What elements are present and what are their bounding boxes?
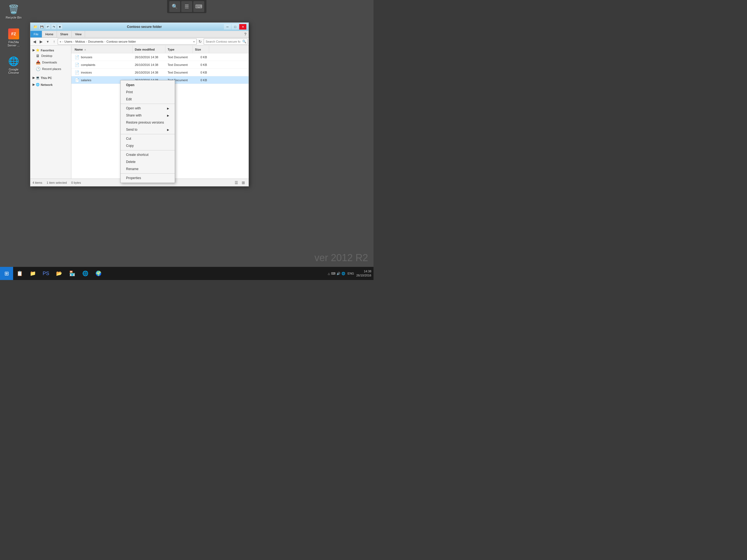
sort-arrow-icon: ▲ — [84, 48, 86, 51]
start-button[interactable]: ⊞ — [0, 267, 13, 280]
server-watermark: ver 2012 R2 — [314, 252, 368, 263]
quick-undo-btn[interactable]: ↶ — [45, 24, 51, 29]
path-crumb-users[interactable]: Users — [64, 40, 72, 43]
recent-btn[interactable]: ▾ — [45, 39, 51, 45]
clock-time: 14:38 — [356, 269, 371, 274]
col-header-size[interactable]: Size — [193, 46, 209, 53]
taskbar-powershell-btn[interactable]: PS — [40, 267, 52, 280]
taskbar-store-btn[interactable]: 🏪 — [66, 267, 79, 280]
title-bar-folder-icon: 📁 — [32, 24, 38, 29]
recent-nav-icon: 🕐 — [36, 67, 41, 71]
sidebar-item-desktop[interactable]: 🖥 Desktop — [30, 52, 71, 59]
desktop: 🔍 ☰ ⌨ 🗑️ Recycle Bin FZ FileZilla Server… — [0, 0, 374, 280]
network-icon: 🌐 — [36, 83, 40, 86]
file-date-bonuses: 26/10/2016 14:38 — [133, 55, 165, 59]
favorites-arrow-icon: ▶ — [32, 48, 35, 52]
col-header-type[interactable]: Type — [165, 46, 193, 53]
desktop-icon-recycle-bin[interactable]: 🗑️ Recycle Bin — [3, 3, 25, 20]
sidebar-item-recent[interactable]: 🕐 Recent places — [30, 66, 71, 72]
tab-view[interactable]: View — [72, 31, 85, 37]
col-header-date[interactable]: Date modified — [133, 46, 165, 53]
status-size: 0 bytes — [71, 181, 81, 184]
address-path[interactable]: « › Users › Mobius › Documents › Contoso… — [58, 39, 197, 45]
ctx-open-with[interactable]: Open with ▶ — [121, 105, 175, 112]
close-btn[interactable]: ✕ — [239, 24, 247, 29]
menu-toolbar-btn[interactable]: ☰ — [181, 1, 192, 12]
send-to-arrow-icon: ▶ — [167, 128, 169, 131]
path-dropdown-btn[interactable]: ▾ — [193, 40, 195, 43]
search-input[interactable] — [204, 39, 248, 45]
taskbar-chrome-btn[interactable]: 🌐 — [79, 267, 92, 280]
file-row-complaints[interactable]: 📄 complaints 26/10/2016 14:38 Text Docum… — [71, 61, 249, 69]
ctx-share-with[interactable]: Share with ▶ — [121, 112, 175, 119]
file-name-invoices: invoices — [81, 71, 92, 74]
taskbar-task-manager-btn[interactable]: 📋 — [13, 267, 26, 280]
file-icon-salaries: 📄 — [75, 78, 79, 82]
large-icon-view-btn[interactable]: ⊞ — [240, 180, 247, 186]
refresh-btn[interactable]: ↻ — [197, 39, 203, 45]
desktop-nav-icon: 🖥 — [36, 54, 40, 58]
address-bar: ◀ ▶ ▾ ↑ « › Users › Mobius › Documents ›… — [30, 38, 249, 46]
ctx-edit[interactable]: Edit — [121, 96, 175, 103]
systray-keyboard-icon: ⌨ — [331, 272, 335, 275]
file-type-invoices: Text Document — [165, 71, 193, 74]
recycle-bin-label: Recycle Bin — [4, 16, 24, 19]
systray-lang: ENG — [347, 272, 354, 275]
network-header[interactable]: ▶ 🌐 Network — [30, 81, 71, 87]
path-crumb-root[interactable]: « — [60, 40, 61, 43]
path-crumb-mobius[interactable]: Mobius — [75, 40, 85, 43]
ctx-sep-4 — [121, 173, 175, 174]
favorites-header[interactable]: ▶ ⭐ Favorites — [30, 47, 71, 52]
search-toolbar-btn[interactable]: 🔍 — [169, 1, 180, 12]
quick-redo-btn[interactable]: ↷ — [51, 24, 57, 29]
desktop-icon-filezilla[interactable]: FZ FileZilla Server ... — [3, 27, 25, 48]
back-btn[interactable]: ◀ — [31, 39, 37, 45]
this-pc-header[interactable]: ▶ 💻 This PC — [30, 74, 71, 80]
chrome-icon: 🌐 — [8, 56, 19, 67]
ctx-open[interactable]: Open — [121, 81, 175, 88]
path-crumb-folder[interactable]: Contoso secure folder — [106, 40, 136, 43]
keyboard-toolbar-btn[interactable]: ⌨ — [193, 1, 204, 12]
file-row-bonuses[interactable]: 📄 bonuses 26/10/2016 14:38 Text Document… — [71, 53, 249, 61]
tab-file[interactable]: File — [30, 31, 42, 37]
ctx-restore-versions[interactable]: Restore previous versions — [121, 119, 175, 126]
path-crumb-documents[interactable]: Documents — [88, 40, 103, 43]
ribbon: File Home Share View ? — [30, 31, 249, 38]
tab-share[interactable]: Share — [57, 31, 72, 37]
up-btn[interactable]: ↑ — [51, 39, 57, 45]
tab-home[interactable]: Home — [42, 31, 57, 37]
filezilla-label: FileZilla Server ... — [4, 41, 24, 47]
taskbar-file-explorer-btn[interactable]: 📁 — [26, 267, 40, 280]
sidebar-item-downloads[interactable]: 📥 Downloads — [30, 59, 71, 66]
help-btn[interactable]: ? — [242, 31, 249, 37]
taskbar: ⊞ 📋 📁 PS 📂 🏪 🌐 🌍 △ ⌨ 🔊 🌐 ENG 14:38 26/10… — [0, 267, 374, 280]
file-row-invoices[interactable]: 📄 invoices 26/10/2016 14:38 Text Documen… — [71, 69, 249, 76]
context-menu: Open Print Edit Open with ▶ Share with ▶… — [120, 80, 175, 183]
status-view-buttons: ☰ ⊞ — [233, 180, 247, 186]
ctx-create-shortcut[interactable]: Create shortcut — [121, 151, 175, 158]
filezilla-icon: FZ — [8, 28, 19, 40]
ctx-print[interactable]: Print — [121, 88, 175, 96]
forward-btn[interactable]: ▶ — [38, 39, 44, 45]
minimize-btn[interactable]: ─ — [224, 24, 231, 29]
ctx-send-to[interactable]: Send to ▶ — [121, 126, 175, 133]
taskbar-network-btn[interactable]: 🌍 — [92, 267, 105, 280]
details-view-btn[interactable]: ☰ — [233, 180, 239, 186]
status-selected: 1 item selected — [47, 181, 67, 184]
col-header-name[interactable]: Name ▲ — [73, 46, 133, 53]
ctx-properties[interactable]: Properties — [121, 175, 175, 182]
taskbar-clock[interactable]: 14:38 26/10/2016 — [356, 269, 371, 278]
ctx-copy[interactable]: Copy — [121, 142, 175, 149]
taskbar-folder-btn[interactable]: 📂 — [52, 267, 66, 280]
quick-dropdown-btn[interactable]: ▼ — [57, 24, 62, 29]
desktop-icon-chrome[interactable]: 🌐 Google Chrome — [3, 55, 25, 75]
maximize-btn[interactable]: □ — [232, 24, 239, 29]
ctx-sep-1 — [121, 104, 175, 104]
ctx-rename[interactable]: Rename — [121, 166, 175, 173]
title-bar-quick-access: 💾 ↶ ↷ ▼ — [39, 24, 62, 29]
quick-save-btn[interactable]: 💾 — [39, 24, 45, 29]
ctx-delete[interactable]: Delete — [121, 158, 175, 166]
systray-arrow[interactable]: △ — [328, 272, 330, 275]
ctx-cut[interactable]: Cut — [121, 135, 175, 142]
open-with-arrow-icon: ▶ — [167, 107, 169, 110]
